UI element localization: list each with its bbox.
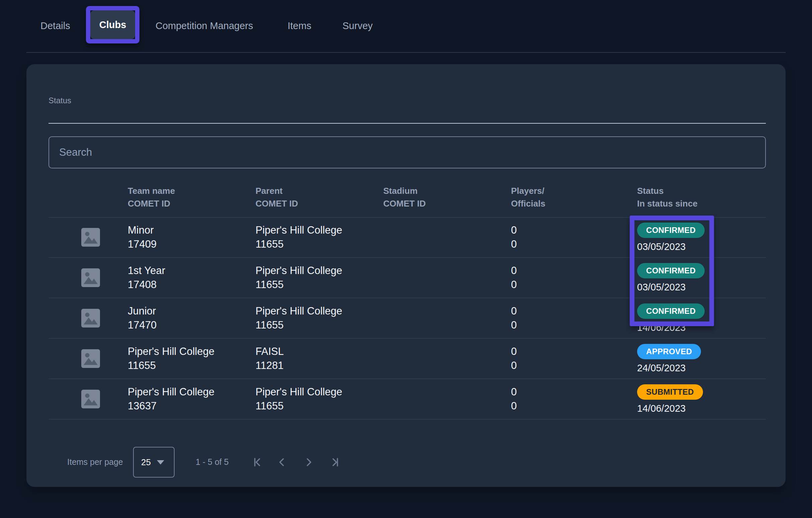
- club-image-placeholder-icon: [81, 268, 100, 287]
- tab-items[interactable]: Items: [288, 20, 311, 31]
- search-input[interactable]: [49, 137, 765, 168]
- table-row[interactable]: Junior17470 Piper's Hill College11655 00…: [49, 298, 766, 339]
- club-image-placeholder-icon: [81, 308, 100, 328]
- table-row[interactable]: Piper's Hill College11655 FAISL11281 00 …: [49, 339, 766, 379]
- chevron-down-icon: [157, 460, 164, 464]
- column-header-stadium: StadiumCOMET ID: [383, 184, 426, 210]
- status-badge: APPROVED: [637, 344, 701, 359]
- next-page-button[interactable]: [301, 455, 316, 469]
- table-body: Minor17409 Piper's Hill College11655 00 …: [49, 217, 766, 419]
- status-cell: CONFIRMED 03/05/2023: [637, 263, 705, 293]
- players-officials-cell: 00: [511, 264, 517, 292]
- status-cell: APPROVED 24/05/2023: [637, 344, 701, 374]
- status-date: 24/05/2023: [637, 363, 686, 374]
- table-row[interactable]: Minor17409 Piper's Hill College11655 00 …: [49, 217, 766, 258]
- parent-cell: Piper's Hill College11655: [256, 264, 342, 292]
- status-cell: SUBMITTED 14/06/2023: [637, 384, 703, 414]
- last-page-button[interactable]: [328, 455, 343, 469]
- status-cell: CONFIRMED 03/05/2023: [637, 222, 705, 252]
- status-filter-label: Status: [49, 96, 766, 105]
- parent-cell: Piper's Hill College11655: [256, 223, 342, 251]
- players-officials-cell: 00: [511, 304, 517, 332]
- team-cell: 1st Year17408: [128, 264, 165, 292]
- status-date: 03/05/2023: [637, 282, 686, 293]
- previous-page-button[interactable]: [274, 455, 289, 469]
- status-badge: CONFIRMED: [637, 303, 705, 319]
- items-per-page-value: 25: [141, 457, 151, 467]
- clubs-panel: Status Team nameCOMET ID ParentCOMET ID …: [26, 64, 786, 487]
- column-header-parent: ParentCOMET ID: [256, 184, 298, 210]
- club-image-placeholder-icon: [81, 227, 100, 247]
- column-header-team: Team nameCOMET ID: [128, 184, 175, 210]
- players-officials-cell: 00: [511, 344, 517, 373]
- club-image-placeholder-icon: [81, 349, 100, 368]
- status-filter-underline: [49, 123, 766, 124]
- first-page-button[interactable]: [250, 455, 264, 469]
- tab-details[interactable]: Details: [40, 20, 70, 31]
- parent-cell: Piper's Hill College11655: [256, 304, 342, 332]
- team-cell: Piper's Hill College11655: [128, 344, 214, 373]
- items-per-page-label: Items per page: [67, 457, 123, 467]
- status-cell: CONFIRMED 14/06/2023: [637, 303, 705, 333]
- club-image-placeholder-icon: [81, 389, 100, 409]
- items-per-page-select[interactable]: 25: [133, 447, 175, 478]
- team-cell: Minor17409: [128, 223, 156, 251]
- tab-clubs[interactable]: Clubs: [90, 10, 135, 39]
- tab-competition-managers[interactable]: Competition Managers: [155, 20, 253, 31]
- status-badge: CONFIRMED: [637, 263, 705, 278]
- parent-cell: FAISL11281: [256, 344, 284, 373]
- team-cell: Piper's Hill College13637: [128, 385, 214, 413]
- status-date: 03/05/2023: [637, 241, 686, 252]
- status-badge: CONFIRMED: [637, 222, 705, 238]
- table-row[interactable]: 1st Year17408 Piper's Hill College11655 …: [49, 258, 766, 298]
- status-filter-select[interactable]: Status: [49, 96, 766, 124]
- column-header-players: Players/Officials: [511, 184, 546, 210]
- table-row[interactable]: Piper's Hill College13637 Piper's Hill C…: [49, 379, 766, 419]
- annotation-box-clubs: Clubs: [86, 6, 140, 43]
- status-date: 14/06/2023: [637, 403, 686, 414]
- page-range-label: 1 - 5 of 5: [196, 457, 229, 467]
- column-header-status: StatusIn status since: [637, 184, 698, 210]
- players-officials-cell: 00: [511, 385, 517, 413]
- tabbar-divider: [26, 52, 786, 53]
- players-officials-cell: 00: [511, 223, 517, 251]
- status-badge: SUBMITTED: [637, 384, 703, 400]
- parent-cell: Piper's Hill College11655: [256, 385, 342, 413]
- tab-clubs-label: Clubs: [99, 20, 126, 30]
- tab-survey[interactable]: Survey: [343, 20, 373, 31]
- search-box: [49, 136, 766, 169]
- status-date: 14/06/2023: [637, 322, 686, 333]
- team-cell: Junior17470: [128, 304, 156, 332]
- table-header: Team nameCOMET ID ParentCOMET ID Stadium…: [49, 182, 766, 218]
